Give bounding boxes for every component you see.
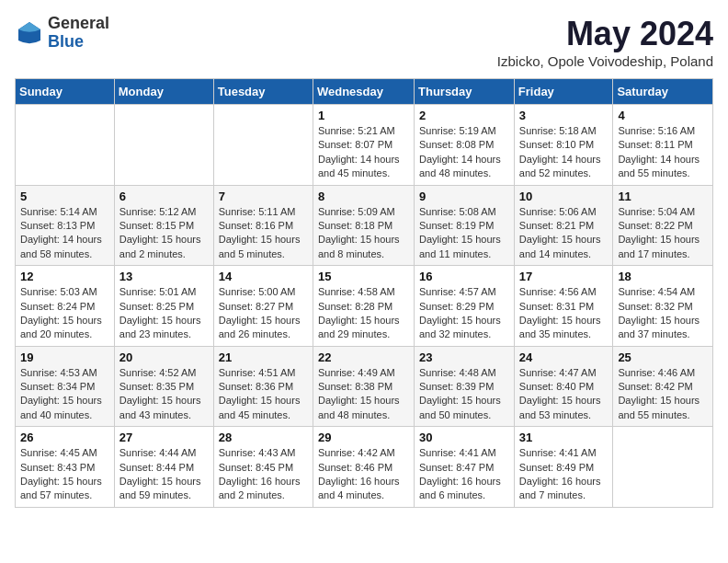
day-number: 5	[20, 190, 109, 203]
day-cell: 5Sunrise: 5:14 AMSunset: 8:13 PMDaylight…	[16, 185, 115, 266]
day-info: Sunrise: 4:42 AMSunset: 8:46 PMDaylight:…	[318, 446, 409, 503]
header-cell-monday: Monday	[114, 79, 213, 105]
day-cell: 2Sunrise: 5:19 AMSunset: 8:08 PMDaylight…	[415, 105, 515, 186]
day-info: Sunrise: 5:00 AMSunset: 8:27 PMDaylight:…	[219, 285, 308, 342]
day-number: 8	[318, 190, 409, 203]
day-number: 16	[419, 270, 509, 283]
day-info: Sunrise: 4:51 AMSunset: 8:36 PMDaylight:…	[219, 366, 308, 423]
day-number: 2	[419, 109, 509, 122]
day-info: Sunrise: 5:06 AMSunset: 8:21 PMDaylight:…	[519, 205, 609, 262]
header-cell-thursday: Thursday	[415, 79, 515, 105]
day-number: 17	[519, 270, 609, 283]
header-cell-wednesday: Wednesday	[313, 79, 414, 105]
day-cell: 3Sunrise: 5:18 AMSunset: 8:10 PMDaylight…	[514, 105, 613, 186]
day-number: 6	[119, 190, 209, 203]
day-info: Sunrise: 4:45 AMSunset: 8:43 PMDaylight:…	[20, 446, 109, 503]
day-cell: 13Sunrise: 5:01 AMSunset: 8:25 PMDayligh…	[114, 266, 213, 347]
day-cell: 11Sunrise: 5:04 AMSunset: 8:22 PMDayligh…	[613, 185, 713, 266]
day-number: 21	[219, 350, 308, 364]
week-row-2: 5Sunrise: 5:14 AMSunset: 8:13 PMDaylight…	[16, 185, 713, 266]
day-cell: 19Sunrise: 4:53 AMSunset: 8:34 PMDayligh…	[16, 346, 115, 427]
day-number: 7	[219, 190, 308, 203]
day-number: 22	[318, 350, 409, 364]
calendar: SundayMondayTuesdayWednesdayThursdayFrid…	[15, 78, 713, 508]
day-cell: 28Sunrise: 4:43 AMSunset: 8:45 PMDayligh…	[213, 427, 313, 508]
week-row-5: 26Sunrise: 4:45 AMSunset: 8:43 PMDayligh…	[16, 427, 713, 508]
day-cell: 4Sunrise: 5:16 AMSunset: 8:11 PMDaylight…	[613, 105, 713, 186]
month-title: May 2024	[497, 15, 713, 53]
day-number: 4	[618, 109, 708, 122]
day-info: Sunrise: 4:46 AMSunset: 8:42 PMDaylight:…	[618, 366, 708, 423]
day-number: 24	[519, 350, 609, 364]
day-info: Sunrise: 5:16 AMSunset: 8:11 PMDaylight:…	[618, 124, 708, 181]
day-cell: 18Sunrise: 4:54 AMSunset: 8:32 PMDayligh…	[613, 266, 713, 347]
header-cell-friday: Friday	[514, 79, 613, 105]
day-number: 30	[419, 431, 509, 444]
day-info: Sunrise: 4:41 AMSunset: 8:47 PMDaylight:…	[419, 446, 509, 503]
day-cell: 14Sunrise: 5:00 AMSunset: 8:27 PMDayligh…	[213, 266, 313, 347]
day-info: Sunrise: 4:58 AMSunset: 8:28 PMDaylight:…	[318, 285, 409, 342]
header-row: SundayMondayTuesdayWednesdayThursdayFrid…	[16, 79, 713, 105]
day-cell: 16Sunrise: 4:57 AMSunset: 8:29 PMDayligh…	[415, 266, 515, 347]
day-cell: 25Sunrise: 4:46 AMSunset: 8:42 PMDayligh…	[613, 346, 713, 427]
day-number: 11	[618, 190, 708, 203]
logo-blue: Blue	[48, 33, 109, 52]
location: Izbicko, Opole Voivodeship, Poland	[497, 53, 713, 69]
day-number: 19	[20, 350, 109, 364]
day-number: 20	[119, 350, 209, 364]
day-number: 28	[219, 431, 308, 444]
day-number: 18	[618, 270, 708, 283]
header-cell-sunday: Sunday	[16, 79, 115, 105]
day-info: Sunrise: 4:43 AMSunset: 8:45 PMDaylight:…	[219, 446, 308, 503]
day-number: 1	[318, 109, 409, 122]
day-info: Sunrise: 5:11 AMSunset: 8:16 PMDaylight:…	[219, 205, 308, 262]
day-number: 25	[618, 350, 708, 364]
day-number: 10	[519, 190, 609, 203]
day-cell: 30Sunrise: 4:41 AMSunset: 8:47 PMDayligh…	[415, 427, 515, 508]
day-cell: 10Sunrise: 5:06 AMSunset: 8:21 PMDayligh…	[514, 185, 613, 266]
day-cell: 27Sunrise: 4:44 AMSunset: 8:44 PMDayligh…	[114, 427, 213, 508]
logo-icon	[15, 18, 44, 48]
day-info: Sunrise: 5:12 AMSunset: 8:15 PMDaylight:…	[119, 205, 209, 262]
day-number: 14	[219, 270, 308, 283]
day-number: 9	[419, 190, 509, 203]
day-info: Sunrise: 5:08 AMSunset: 8:19 PMDaylight:…	[419, 205, 509, 262]
logo-text: General Blue	[48, 15, 109, 52]
calendar-body: 1Sunrise: 5:21 AMSunset: 8:07 PMDaylight…	[16, 105, 713, 508]
day-cell: 17Sunrise: 4:56 AMSunset: 8:31 PMDayligh…	[514, 266, 613, 347]
day-cell: 26Sunrise: 4:45 AMSunset: 8:43 PMDayligh…	[16, 427, 115, 508]
day-cell	[213, 105, 313, 186]
day-number: 27	[119, 431, 209, 444]
day-info: Sunrise: 4:52 AMSunset: 8:35 PMDaylight:…	[119, 366, 209, 423]
calendar-header: SundayMondayTuesdayWednesdayThursdayFrid…	[16, 79, 713, 105]
day-info: Sunrise: 4:41 AMSunset: 8:49 PMDaylight:…	[519, 446, 609, 503]
day-cell: 15Sunrise: 4:58 AMSunset: 8:28 PMDayligh…	[313, 266, 414, 347]
day-cell: 20Sunrise: 4:52 AMSunset: 8:35 PMDayligh…	[114, 346, 213, 427]
day-number: 31	[519, 431, 609, 444]
day-info: Sunrise: 4:49 AMSunset: 8:38 PMDaylight:…	[318, 366, 409, 423]
day-cell: 24Sunrise: 4:47 AMSunset: 8:40 PMDayligh…	[514, 346, 613, 427]
day-number: 15	[318, 270, 409, 283]
logo-general: General	[48, 15, 109, 33]
day-info: Sunrise: 5:21 AMSunset: 8:07 PMDaylight:…	[318, 124, 409, 181]
day-number: 12	[20, 270, 109, 283]
day-cell: 7Sunrise: 5:11 AMSunset: 8:16 PMDaylight…	[213, 185, 313, 266]
day-info: Sunrise: 5:03 AMSunset: 8:24 PMDaylight:…	[20, 285, 109, 342]
day-info: Sunrise: 5:04 AMSunset: 8:22 PMDaylight:…	[618, 205, 708, 262]
header-cell-tuesday: Tuesday	[213, 79, 313, 105]
day-info: Sunrise: 5:18 AMSunset: 8:10 PMDaylight:…	[519, 124, 609, 181]
day-number: 29	[318, 431, 409, 444]
day-info: Sunrise: 5:19 AMSunset: 8:08 PMDaylight:…	[419, 124, 509, 181]
day-cell: 22Sunrise: 4:49 AMSunset: 8:38 PMDayligh…	[313, 346, 414, 427]
day-info: Sunrise: 4:54 AMSunset: 8:32 PMDaylight:…	[618, 285, 708, 342]
day-cell: 12Sunrise: 5:03 AMSunset: 8:24 PMDayligh…	[16, 266, 115, 347]
day-cell: 6Sunrise: 5:12 AMSunset: 8:15 PMDaylight…	[114, 185, 213, 266]
day-info: Sunrise: 4:48 AMSunset: 8:39 PMDaylight:…	[419, 366, 509, 423]
day-number: 13	[119, 270, 209, 283]
day-cell: 23Sunrise: 4:48 AMSunset: 8:39 PMDayligh…	[415, 346, 515, 427]
title-block: May 2024 Izbicko, Opole Voivodeship, Pol…	[497, 15, 713, 69]
day-cell: 31Sunrise: 4:41 AMSunset: 8:49 PMDayligh…	[514, 427, 613, 508]
day-cell: 8Sunrise: 5:09 AMSunset: 8:18 PMDaylight…	[313, 185, 414, 266]
day-info: Sunrise: 5:14 AMSunset: 8:13 PMDaylight:…	[20, 205, 109, 262]
day-cell: 1Sunrise: 5:21 AMSunset: 8:07 PMDaylight…	[313, 105, 414, 186]
